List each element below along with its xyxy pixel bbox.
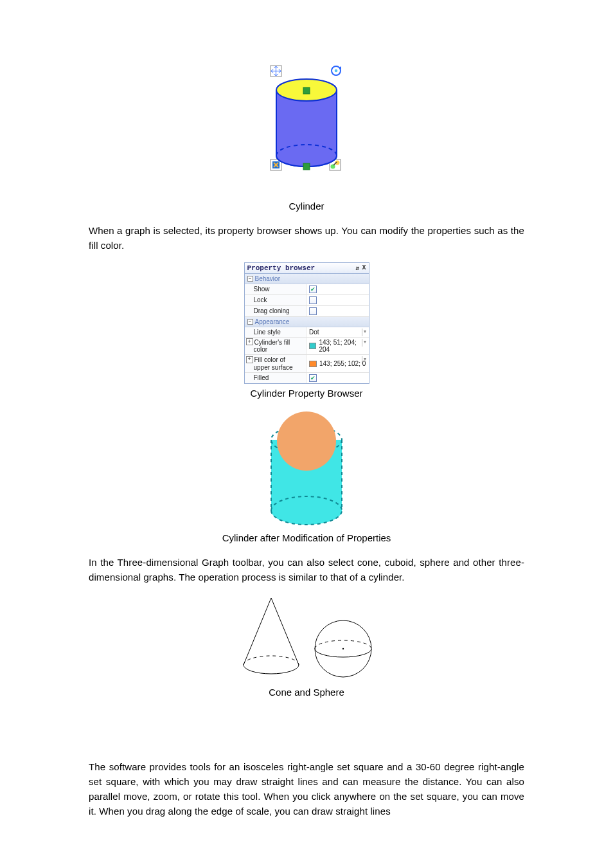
prop-label: Drag cloning <box>245 306 307 316</box>
move-handle-icon <box>271 66 281 77</box>
sphere-icon <box>315 620 371 677</box>
pin-icon[interactable]: ⇵ <box>355 264 359 272</box>
prop-label: Show <box>245 284 307 294</box>
cylfill-picker[interactable]: 143; 51; 204; 204 ▾ <box>306 338 369 355</box>
collapse-icon[interactable]: − <box>247 276 253 282</box>
prop-row-show: Show ✔ <box>245 284 369 295</box>
color-swatch <box>309 361 317 367</box>
figure-cylinder-selected <box>242 64 371 197</box>
caption-cone-sphere: Cone and Sphere <box>89 687 524 698</box>
caption-property-browser: Cylinder Property Browser <box>89 388 524 399</box>
prop-value: 143; 255; 102; 0 <box>319 360 366 367</box>
chevron-down-icon[interactable]: ▾ <box>362 329 368 336</box>
prop-row-linestyle: Line style Dot ▾ <box>245 327 369 338</box>
checkbox-lock[interactable] <box>309 296 317 304</box>
section-behavior[interactable]: − Behavior <box>245 274 369 284</box>
svg-point-2 <box>335 69 338 73</box>
svg-point-6 <box>331 165 335 169</box>
section-behavior-label: Behavior <box>255 275 280 282</box>
prop-row-lock: Lock <box>245 295 369 306</box>
prop-value: 143; 51; 204; 204 <box>319 339 366 353</box>
svg-point-14 <box>342 648 344 649</box>
chevron-down-icon[interactable]: ▾ <box>362 356 368 364</box>
section-appearance-label: Appearance <box>255 318 290 325</box>
collapse-icon[interactable]: − <box>247 319 253 325</box>
caption-cylinder: Cylinder <box>89 201 524 212</box>
prop-label: Lock <box>245 295 307 305</box>
close-icon[interactable]: X <box>362 264 366 272</box>
prop-label: Line style <box>245 327 307 337</box>
section-appearance[interactable]: − Appearance <box>245 317 369 327</box>
prop-label: +Cylinder's fill color <box>245 338 307 355</box>
checkbox-dragcloning[interactable] <box>309 307 317 315</box>
property-browser-title-bar: Property browser ⇵ X <box>245 263 369 274</box>
linestyle-dropdown[interactable]: Dot ▾ <box>306 327 369 337</box>
figure-cylinder-modified <box>260 410 353 529</box>
checkbox-show[interactable]: ✔ <box>309 285 317 293</box>
upperfill-picker[interactable]: 143; 255; 102; 0 ▾ <box>306 355 369 372</box>
prop-label: +Fill color of upper surface <box>245 355 307 372</box>
svg-point-12 <box>277 411 336 471</box>
chevron-down-icon[interactable]: ▾ <box>362 339 368 347</box>
paragraph-3d-toolbar: In the Three-dimensional Graph toolbar, … <box>89 555 524 585</box>
checkbox-filled[interactable]: ✔ <box>309 374 317 382</box>
resize-handle-top[interactable] <box>303 87 310 94</box>
cone-icon <box>244 598 299 674</box>
rotate-handle-icon <box>332 66 341 75</box>
prop-row-cylfill: +Cylinder's fill color 143; 51; 204; 204… <box>245 338 369 356</box>
caption-modified: Cylinder after Modification of Propertie… <box>89 532 524 543</box>
paragraph-set-square: The software provides tools for an isosc… <box>89 759 524 819</box>
property-browser-panel: Property browser ⇵ X − Behavior Show ✔ L… <box>244 262 369 384</box>
resize-handle-bottom[interactable] <box>303 163 310 170</box>
figure-cone-sphere <box>234 594 379 683</box>
prop-row-dragcloning: Drag cloning <box>245 306 369 317</box>
color-swatch <box>309 343 316 349</box>
prop-label: Filled <box>245 373 307 383</box>
prop-row-upperfill: +Fill color of upper surface 143; 255; 1… <box>245 355 369 373</box>
prop-value: Dot <box>309 329 319 336</box>
prop-row-filled: Filled ✔ <box>245 373 369 383</box>
paragraph-intro: When a graph is selected, its property b… <box>89 223 524 253</box>
property-browser-title: Property browser <box>247 264 315 272</box>
